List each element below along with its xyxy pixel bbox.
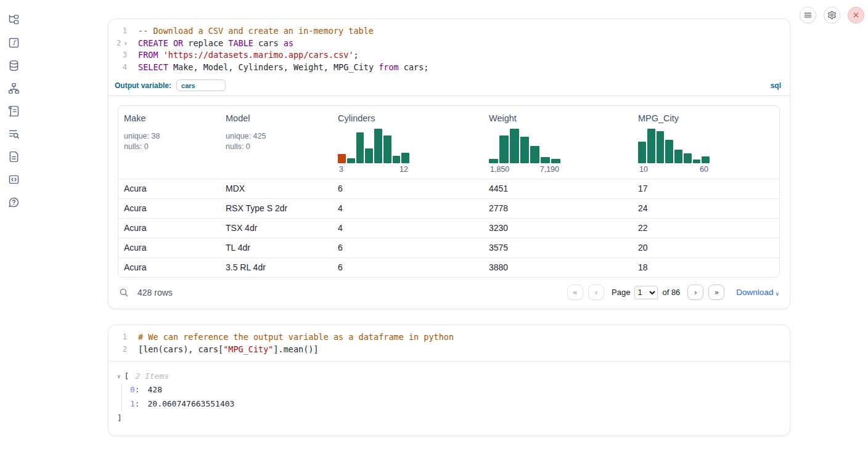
table-footer: 428 rows « ‹ Page 1 of 86 › » Download xyxy=(108,278,790,309)
make-unique-stat: unique: 38 xyxy=(124,131,220,142)
cylinders-axis-max: 12 xyxy=(399,165,408,174)
window-controls xyxy=(800,7,864,23)
functions-icon[interactable]: f xyxy=(7,36,20,49)
column-header-make[interactable]: Make unique: 38 nulls: 0 xyxy=(118,113,220,179)
weight-axis-max: 7,190 xyxy=(540,165,559,174)
file-tree-icon[interactable] xyxy=(7,14,20,26)
collapse-icon[interactable] xyxy=(117,373,120,379)
weight-histogram xyxy=(489,129,560,163)
table-row[interactable]: Acura RSX Type S 2dr 4 2778 24 xyxy=(118,198,779,218)
column-header-mpg-city[interactable]: MPG_City 10 60 xyxy=(633,113,779,179)
table-row[interactable]: Acura MDX 6 4451 17 xyxy=(118,179,779,198)
language-badge: sql xyxy=(771,81,781,90)
list-item: 0: 428 xyxy=(130,383,790,397)
row-count: 428 rows xyxy=(137,288,173,297)
logs-icon[interactable] xyxy=(7,105,20,118)
menu-icon xyxy=(803,10,813,20)
help-icon[interactable] xyxy=(7,196,20,209)
svg-text:f: f xyxy=(12,39,17,46)
open-bracket: [ xyxy=(124,371,129,381)
output-variable-input[interactable] xyxy=(176,79,226,91)
table-row[interactable]: Acura 3.5 RL 4dr 6 3880 18 xyxy=(118,257,779,277)
previous-page-button[interactable]: ‹ xyxy=(588,285,604,300)
sql-code-editor[interactable]: 1-- Download a CSV and create an in-memo… xyxy=(108,19,790,78)
sql-cell: 1-- Download a CSV and create an in-memo… xyxy=(108,18,790,309)
items-count-label: 2 Items xyxy=(135,371,169,381)
python-cell: 1# We can reference the output variable … xyxy=(108,325,790,436)
table-row[interactable]: Acura TL 4dr 6 3575 20 xyxy=(118,238,779,257)
model-unique-stat: unique: 425 xyxy=(226,131,332,142)
table-header-row: Make unique: 38 nulls: 0 Model unique: 4… xyxy=(118,106,779,179)
model-nulls-stat: nulls: 0 xyxy=(226,142,332,152)
close-bracket: ] xyxy=(117,412,790,424)
page-select[interactable]: 1 xyxy=(634,286,658,299)
column-header-cylinders[interactable]: Cylinders 3 12 xyxy=(332,113,483,179)
page-total-label: of 86 xyxy=(662,288,680,297)
chevron-down-icon xyxy=(775,288,779,297)
list-item: 1: 20.060747663551403 xyxy=(130,397,790,411)
page-label: Page xyxy=(612,288,630,297)
mpg-axis-max: 60 xyxy=(700,165,708,174)
documentation-icon[interactable] xyxy=(7,150,20,163)
cylinders-histogram xyxy=(338,129,409,163)
database-icon[interactable] xyxy=(7,59,20,72)
python-code-editor[interactable]: 1# We can reference the output variable … xyxy=(108,325,790,362)
download-button[interactable]: Download xyxy=(736,287,779,297)
first-page-button[interactable]: « xyxy=(567,285,583,300)
weight-axis-min: 1,850 xyxy=(490,165,509,174)
notebook: 1-- Download a CSV and create an in-memo… xyxy=(108,18,790,436)
gear-icon xyxy=(827,10,837,20)
menu-button[interactable] xyxy=(800,7,816,23)
settings-button[interactable] xyxy=(824,7,840,23)
result-table: Make unique: 38 nulls: 0 Model unique: 4… xyxy=(118,105,780,278)
column-header-model[interactable]: Model unique: 425 nulls: 0 xyxy=(220,113,332,179)
next-page-button[interactable]: › xyxy=(687,285,703,300)
mpg-axis-min: 10 xyxy=(639,165,648,174)
output-variable-bar: Output variable: sql xyxy=(108,78,790,96)
cylinders-axis-min: 3 xyxy=(339,165,343,174)
list-output: [ 2 Items 0: 428 1: 20.060747663551403 ] xyxy=(108,362,790,435)
dependency-graph-icon[interactable] xyxy=(7,82,20,95)
shutdown-button[interactable] xyxy=(848,7,864,23)
last-page-button[interactable]: » xyxy=(708,285,724,300)
column-header-weight[interactable]: Weight 1,850 7,190 xyxy=(483,113,633,179)
snippets-icon[interactable] xyxy=(7,173,20,186)
output-variable-label: Output variable: xyxy=(115,81,171,90)
text-search-icon[interactable] xyxy=(7,127,20,140)
make-nulls-stat: nulls: 0 xyxy=(124,142,220,152)
mpg-city-histogram xyxy=(638,129,710,163)
close-icon xyxy=(851,10,861,20)
table-row[interactable]: Acura TSX 4dr 4 3230 22 xyxy=(118,218,779,238)
search-icon[interactable] xyxy=(118,287,129,298)
pagination: « ‹ Page 1 of 86 › » Download xyxy=(567,285,779,300)
helper-sidebar: f xyxy=(0,0,27,209)
